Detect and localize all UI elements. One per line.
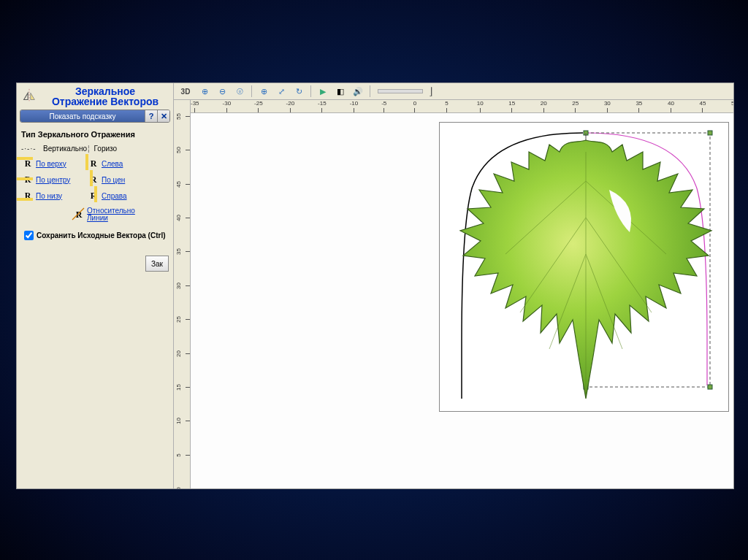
ruler-tick: 55 [174,113,190,120]
play-button[interactable]: ▶ [316,84,330,99]
zoom-window-button[interactable]: ⊕ [256,84,271,99]
ruler-tick: 10 [174,418,190,424]
ruler-tick-label: 5 [175,449,182,461]
selection-handle[interactable] [708,131,712,135]
mirror-vert-link[interactable]: По центру [36,176,70,184]
ruler-tick-label: 5 [445,100,448,107]
ruler-tick: -30 [223,100,232,112]
side-panel: Зеркальное Отражение Векторов Показать п… [17,83,174,488]
toolbar-divider [251,85,252,97]
mirror-vert-link[interactable]: По верху [36,160,66,168]
ruler-tick: -25 [254,100,263,112]
ruler-vertical: 5550454035302520151050 [174,113,191,488]
ruler-tick-label: 0 [413,100,416,107]
mirror-horiz-link[interactable]: Слева [102,160,123,168]
mirror-option-row: RПо верхуRСлева [21,156,169,172]
mirror-vert-icon: R [21,189,34,202]
ruler-tick-label: 35 [636,100,642,107]
mirror-horiz-link[interactable]: По цен [102,176,125,184]
mirror-option-row: RПо центруRПо цен [21,172,169,188]
ruler-tick-label: 30 [604,100,611,107]
ruler-tick: 40 [174,215,190,221]
ruler-tick-label: -15 [318,100,327,107]
ruler-tick-label: 30 [175,280,182,291]
toolbar-divider [310,85,311,97]
ruler-tick-label: 50 [731,100,733,107]
ruler-tick: 35 [174,248,190,255]
presentation-slide: Зеркальное Отражение Векторов Показать п… [0,0,748,560]
ruler-tick-label: 0 [175,483,182,489]
ruler-tick: -15 [318,100,327,112]
ruler-tick: 15 [508,100,515,112]
canvas-row: 5550454035302520151050 [174,113,733,488]
close-button[interactable]: Зак [145,256,169,272]
mirror-horiz-link[interactable]: Справа [102,192,127,200]
ruler-tick: 40 [668,100,674,112]
mirror-horiz-icon: R [87,173,100,186]
workpiece-frame [439,122,729,412]
canvas[interactable] [191,113,733,488]
help-button[interactable]: ? [145,110,157,122]
ruler-tick-label: -10 [350,100,359,107]
zoom-in-button[interactable]: ⊕ [197,84,212,99]
side-header: Зеркальное Отражение Векторов [17,83,173,107]
ruler-tick-label: 20 [175,348,182,359]
ruler-tick: 5 [445,100,448,112]
ruler-tick-label: 40 [175,212,182,224]
ruler-tick-label: -25 [254,100,263,107]
ruler-tick-label: 15 [175,381,182,393]
marker-button[interactable]: ◧ [333,84,348,99]
keep-vectors-checkbox[interactable] [24,231,34,240]
axis-decoration: -·-·- [21,145,43,153]
mirror-vert-icon: R [21,173,34,186]
ruler-tick: 30 [174,283,190,289]
ruler-tick: 5 [174,452,190,459]
main-area: 3D ⊕ ⊖ ⦾ ⊕ ⤢ ↻ ▶ ◧ 🔊 ⌋ -35-30-25-20-15-1… [174,83,733,488]
zoom-extents-button[interactable]: ⤢ [274,84,289,99]
ruler-tick: -5 [381,100,386,112]
view-3d-button[interactable]: 3D [177,84,194,99]
relative-line-link-bot[interactable]: Линии [87,215,135,222]
ruler-tick-label: 10 [175,415,182,427]
ruler-tick: 25 [572,100,579,112]
ruler-tick-label: 10 [477,100,484,107]
zoom-out-button[interactable]: ⊖ [215,84,229,99]
ruler-tick: 30 [604,100,611,112]
ruler-tick: 50 [731,100,733,112]
ruler-corner [174,100,191,114]
ruler-tick-label: 25 [572,100,579,107]
ruler-tick-label: 50 [175,145,182,156]
relative-line-option: R Относительно Линии [21,207,169,223]
ruler-tick-label: 25 [175,314,182,326]
ruler-tick-label: -30 [223,100,232,107]
ruler-tick: 10 [477,100,484,112]
ruler-tick: 20 [174,350,190,357]
keep-vectors-label: Сохранить Исходные Вектора (Ctrl) [37,231,166,239]
ruler-tick: 20 [541,100,547,112]
panel-title-line1: Зеркальное [20,86,170,96]
mirror-vert-link[interactable]: По низу [36,192,62,200]
ruler-tick: 0 [413,100,416,112]
ruler-tick: 15 [174,384,190,391]
mirror-options: RПо верхуRСлеваRПо центруRПо ценRПо низу… [21,156,169,204]
close-panel-button[interactable]: ✕ [157,110,169,122]
zoom-refresh-button[interactable]: ↻ [291,84,306,99]
ruler-tick: 45 [699,100,706,112]
column-headers: -·-·- Вертикально ¦ Горизо [21,145,169,153]
audio-button[interactable]: 🔊 [351,84,365,99]
relative-line-icon: R [72,208,85,221]
mirror-horiz-icon: R [87,189,100,202]
show-tooltip-button[interactable]: Показать подсказку [20,110,145,122]
svg-line-0 [72,208,84,220]
opacity-slider[interactable] [378,89,423,93]
app-window: Зеркальное Отражение Векторов Показать п… [16,83,734,489]
ruler-tick: 25 [174,316,190,323]
mirror-horiz-icon: R [87,157,100,170]
selection-handle[interactable] [708,385,712,389]
ruler-tick-label: 35 [175,246,182,258]
ruler-tick-label: -20 [286,100,295,107]
ruler-horizontal-row: -35-30-25-20-15-10-505101520253035404550 [174,100,733,113]
ruler-tick-label: 55 [175,113,182,123]
col-vertical-label: Вертикально [43,145,83,153]
zoom-fit-button[interactable]: ⦾ [232,84,247,99]
